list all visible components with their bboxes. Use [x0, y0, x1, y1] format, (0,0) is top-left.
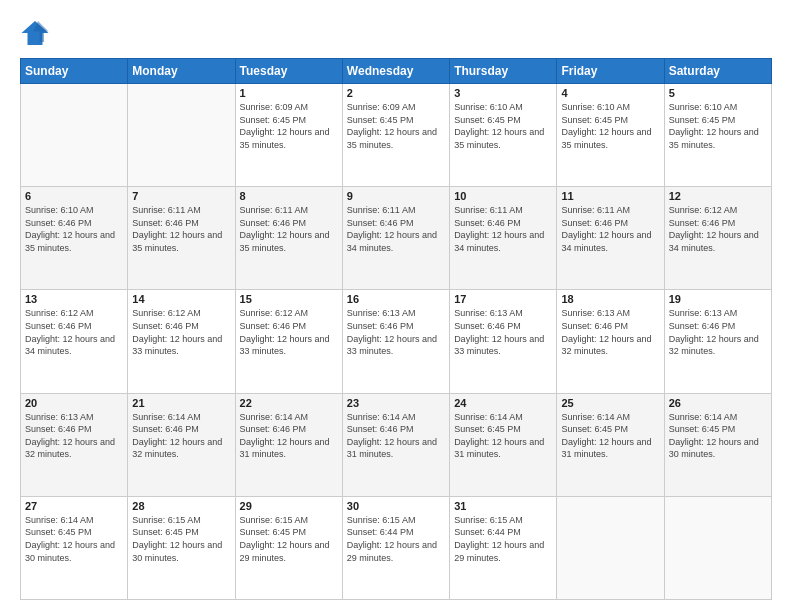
calendar-day-cell: 5Sunrise: 6:10 AMSunset: 6:45 PMDaylight… — [664, 84, 771, 187]
calendar-header-row: SundayMondayTuesdayWednesdayThursdayFrid… — [21, 59, 772, 84]
calendar-day-cell: 26Sunrise: 6:14 AMSunset: 6:45 PMDayligh… — [664, 393, 771, 496]
day-number: 10 — [454, 190, 552, 202]
day-number: 18 — [561, 293, 659, 305]
day-number: 3 — [454, 87, 552, 99]
calendar-day-cell: 28Sunrise: 6:15 AMSunset: 6:45 PMDayligh… — [128, 496, 235, 599]
calendar-day-cell: 12Sunrise: 6:12 AMSunset: 6:46 PMDayligh… — [664, 187, 771, 290]
day-number: 21 — [132, 397, 230, 409]
calendar-day-cell: 14Sunrise: 6:12 AMSunset: 6:46 PMDayligh… — [128, 290, 235, 393]
day-info: Sunrise: 6:10 AMSunset: 6:45 PMDaylight:… — [561, 101, 659, 151]
calendar-day-cell: 18Sunrise: 6:13 AMSunset: 6:46 PMDayligh… — [557, 290, 664, 393]
day-number: 13 — [25, 293, 123, 305]
calendar-day-cell: 8Sunrise: 6:11 AMSunset: 6:46 PMDaylight… — [235, 187, 342, 290]
calendar-day-cell: 2Sunrise: 6:09 AMSunset: 6:45 PMDaylight… — [342, 84, 449, 187]
header — [20, 18, 772, 48]
day-info: Sunrise: 6:13 AMSunset: 6:46 PMDaylight:… — [347, 307, 445, 357]
day-info: Sunrise: 6:12 AMSunset: 6:46 PMDaylight:… — [240, 307, 338, 357]
day-info: Sunrise: 6:14 AMSunset: 6:45 PMDaylight:… — [454, 411, 552, 461]
day-info: Sunrise: 6:10 AMSunset: 6:45 PMDaylight:… — [669, 101, 767, 151]
day-info: Sunrise: 6:14 AMSunset: 6:46 PMDaylight:… — [240, 411, 338, 461]
calendar-day-cell: 23Sunrise: 6:14 AMSunset: 6:46 PMDayligh… — [342, 393, 449, 496]
day-info: Sunrise: 6:14 AMSunset: 6:46 PMDaylight:… — [347, 411, 445, 461]
calendar-day-cell: 9Sunrise: 6:11 AMSunset: 6:46 PMDaylight… — [342, 187, 449, 290]
day-number: 15 — [240, 293, 338, 305]
day-number: 28 — [132, 500, 230, 512]
day-number: 16 — [347, 293, 445, 305]
calendar-day-cell — [557, 496, 664, 599]
day-number: 23 — [347, 397, 445, 409]
calendar-day-cell: 10Sunrise: 6:11 AMSunset: 6:46 PMDayligh… — [450, 187, 557, 290]
day-info: Sunrise: 6:10 AMSunset: 6:46 PMDaylight:… — [25, 204, 123, 254]
day-number: 19 — [669, 293, 767, 305]
calendar-day-cell — [664, 496, 771, 599]
day-number: 20 — [25, 397, 123, 409]
calendar-day-cell: 17Sunrise: 6:13 AMSunset: 6:46 PMDayligh… — [450, 290, 557, 393]
day-info: Sunrise: 6:15 AMSunset: 6:44 PMDaylight:… — [454, 514, 552, 564]
calendar-day-cell: 30Sunrise: 6:15 AMSunset: 6:44 PMDayligh… — [342, 496, 449, 599]
calendar-day-cell: 7Sunrise: 6:11 AMSunset: 6:46 PMDaylight… — [128, 187, 235, 290]
day-info: Sunrise: 6:13 AMSunset: 6:46 PMDaylight:… — [561, 307, 659, 357]
day-number: 24 — [454, 397, 552, 409]
day-info: Sunrise: 6:12 AMSunset: 6:46 PMDaylight:… — [132, 307, 230, 357]
calendar-week-row: 20Sunrise: 6:13 AMSunset: 6:46 PMDayligh… — [21, 393, 772, 496]
calendar-day-cell: 24Sunrise: 6:14 AMSunset: 6:45 PMDayligh… — [450, 393, 557, 496]
calendar-day-cell: 3Sunrise: 6:10 AMSunset: 6:45 PMDaylight… — [450, 84, 557, 187]
day-number: 29 — [240, 500, 338, 512]
day-number: 30 — [347, 500, 445, 512]
day-number: 12 — [669, 190, 767, 202]
page: SundayMondayTuesdayWednesdayThursdayFrid… — [0, 0, 792, 612]
day-info: Sunrise: 6:15 AMSunset: 6:45 PMDaylight:… — [132, 514, 230, 564]
calendar-day-cell: 6Sunrise: 6:10 AMSunset: 6:46 PMDaylight… — [21, 187, 128, 290]
calendar-week-row: 27Sunrise: 6:14 AMSunset: 6:45 PMDayligh… — [21, 496, 772, 599]
day-number: 6 — [25, 190, 123, 202]
day-number: 27 — [25, 500, 123, 512]
day-number: 14 — [132, 293, 230, 305]
calendar-weekday-monday: Monday — [128, 59, 235, 84]
day-info: Sunrise: 6:15 AMSunset: 6:45 PMDaylight:… — [240, 514, 338, 564]
day-info: Sunrise: 6:11 AMSunset: 6:46 PMDaylight:… — [561, 204, 659, 254]
calendar-weekday-friday: Friday — [557, 59, 664, 84]
calendar-weekday-saturday: Saturday — [664, 59, 771, 84]
calendar-day-cell: 21Sunrise: 6:14 AMSunset: 6:46 PMDayligh… — [128, 393, 235, 496]
calendar-day-cell — [128, 84, 235, 187]
calendar-day-cell: 13Sunrise: 6:12 AMSunset: 6:46 PMDayligh… — [21, 290, 128, 393]
day-number: 1 — [240, 87, 338, 99]
calendar-weekday-thursday: Thursday — [450, 59, 557, 84]
calendar-day-cell: 15Sunrise: 6:12 AMSunset: 6:46 PMDayligh… — [235, 290, 342, 393]
calendar-day-cell: 20Sunrise: 6:13 AMSunset: 6:46 PMDayligh… — [21, 393, 128, 496]
day-info: Sunrise: 6:11 AMSunset: 6:46 PMDaylight:… — [240, 204, 338, 254]
day-info: Sunrise: 6:14 AMSunset: 6:46 PMDaylight:… — [132, 411, 230, 461]
day-number: 11 — [561, 190, 659, 202]
day-info: Sunrise: 6:11 AMSunset: 6:46 PMDaylight:… — [454, 204, 552, 254]
calendar-week-row: 1Sunrise: 6:09 AMSunset: 6:45 PMDaylight… — [21, 84, 772, 187]
calendar-day-cell: 4Sunrise: 6:10 AMSunset: 6:45 PMDaylight… — [557, 84, 664, 187]
day-number: 4 — [561, 87, 659, 99]
calendar-day-cell: 27Sunrise: 6:14 AMSunset: 6:45 PMDayligh… — [21, 496, 128, 599]
day-info: Sunrise: 6:11 AMSunset: 6:46 PMDaylight:… — [347, 204, 445, 254]
day-info: Sunrise: 6:14 AMSunset: 6:45 PMDaylight:… — [669, 411, 767, 461]
day-info: Sunrise: 6:15 AMSunset: 6:44 PMDaylight:… — [347, 514, 445, 564]
logo — [20, 18, 56, 48]
day-info: Sunrise: 6:13 AMSunset: 6:46 PMDaylight:… — [669, 307, 767, 357]
day-info: Sunrise: 6:09 AMSunset: 6:45 PMDaylight:… — [347, 101, 445, 151]
day-info: Sunrise: 6:10 AMSunset: 6:45 PMDaylight:… — [454, 101, 552, 151]
day-number: 8 — [240, 190, 338, 202]
day-number: 17 — [454, 293, 552, 305]
day-number: 25 — [561, 397, 659, 409]
day-number: 9 — [347, 190, 445, 202]
day-number: 26 — [669, 397, 767, 409]
calendar-weekday-sunday: Sunday — [21, 59, 128, 84]
calendar-week-row: 13Sunrise: 6:12 AMSunset: 6:46 PMDayligh… — [21, 290, 772, 393]
day-info: Sunrise: 6:13 AMSunset: 6:46 PMDaylight:… — [454, 307, 552, 357]
calendar-day-cell: 11Sunrise: 6:11 AMSunset: 6:46 PMDayligh… — [557, 187, 664, 290]
calendar-weekday-wednesday: Wednesday — [342, 59, 449, 84]
calendar-day-cell: 31Sunrise: 6:15 AMSunset: 6:44 PMDayligh… — [450, 496, 557, 599]
day-number: 22 — [240, 397, 338, 409]
day-info: Sunrise: 6:14 AMSunset: 6:45 PMDaylight:… — [25, 514, 123, 564]
day-info: Sunrise: 6:09 AMSunset: 6:45 PMDaylight:… — [240, 101, 338, 151]
calendar-day-cell: 1Sunrise: 6:09 AMSunset: 6:45 PMDaylight… — [235, 84, 342, 187]
calendar-week-row: 6Sunrise: 6:10 AMSunset: 6:46 PMDaylight… — [21, 187, 772, 290]
day-info: Sunrise: 6:12 AMSunset: 6:46 PMDaylight:… — [669, 204, 767, 254]
day-info: Sunrise: 6:14 AMSunset: 6:45 PMDaylight:… — [561, 411, 659, 461]
day-info: Sunrise: 6:12 AMSunset: 6:46 PMDaylight:… — [25, 307, 123, 357]
